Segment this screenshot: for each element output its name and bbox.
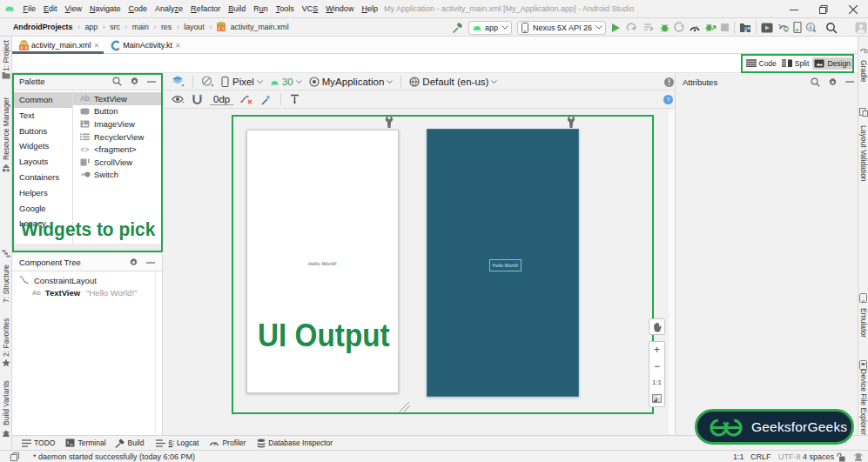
blueprint-hello-world-text[interactable]: Hello World! <box>489 259 521 271</box>
palette-category-text[interactable]: Text <box>12 108 72 124</box>
breadcrumb-src[interactable]: src <box>108 23 122 31</box>
tab-close-icon[interactable]: ✕ <box>94 42 100 50</box>
zoom-in-button[interactable]: + <box>649 342 664 358</box>
zoom-out-button[interactable]: − <box>649 358 664 375</box>
run-config-select[interactable]: app <box>468 21 512 35</box>
palette-category-layouts[interactable]: Layouts <box>12 154 72 170</box>
capture-layout-icon[interactable] <box>739 20 751 36</box>
clear-constraints-icon[interactable] <box>240 94 253 105</box>
menu-analyze[interactable]: Analyze <box>151 0 187 17</box>
gradle-stripe-icon[interactable] <box>859 45 868 54</box>
emulator-icon[interactable] <box>859 293 867 303</box>
logcat-button[interactable]: 6: Logcat <box>156 439 198 447</box>
stripe-layout-validation-label[interactable]: Layout Validation <box>858 120 868 187</box>
theme-select[interactable]: MyApplication <box>309 77 394 87</box>
palette-item-imageview[interactable]: ImageView <box>73 117 163 131</box>
view-options-eye-icon[interactable] <box>172 95 185 104</box>
menu-refactor[interactable]: Refactor <box>187 0 225 17</box>
palette-category-helpers[interactable]: Helpers <box>12 185 72 201</box>
apply-code-changes-button[interactable] <box>643 20 655 36</box>
blueprint-view-phone[interactable]: Hello World! <box>427 129 579 397</box>
menu-edit[interactable]: Edit <box>40 0 62 17</box>
attributes-gear-icon[interactable] <box>828 77 838 87</box>
autoconnect-magnet-icon[interactable] <box>192 94 203 105</box>
stripe-gradle-label[interactable]: Gradle <box>858 58 868 84</box>
profiler-button[interactable]: Profiler <box>209 439 246 447</box>
palette-item-switch[interactable]: Switch <box>73 169 163 182</box>
palette-category-containers[interactable]: Containers <box>12 170 72 185</box>
menu-help[interactable]: Help <box>358 0 382 17</box>
database-inspector-button[interactable]: Database Inspector <box>257 439 333 448</box>
guideline-icon[interactable] <box>289 94 300 105</box>
breadcrumb-app[interactable]: app <box>83 23 99 31</box>
tree-item-textview[interactable]: Ab TextView "Hello World!" <box>19 286 162 298</box>
resource-manager-icon[interactable] <box>2 164 10 172</box>
menu-code[interactable]: Code <box>124 0 151 17</box>
device-manager-icon[interactable] <box>793 20 802 36</box>
help-icon[interactable]: ? <box>663 94 674 105</box>
tree-item-constraintlayout[interactable]: ConstraintLayout <box>19 274 162 286</box>
notifications-icon[interactable] <box>853 452 864 462</box>
stripe-project-label[interactable]: 1: Project <box>0 42 12 70</box>
mode-split-button[interactable]: Split <box>779 57 811 70</box>
device-for-preview-select[interactable]: Pixel <box>221 77 263 87</box>
palette-category-widgets[interactable]: Widgets <box>12 138 72 154</box>
stripe-build-variants-label[interactable]: Build Variants <box>0 378 12 428</box>
caret-position[interactable]: 1:1 <box>733 451 744 462</box>
design-canvas[interactable]: Hello World! Hello World! UI Output + − … <box>163 110 675 435</box>
breadcrumb-layout[interactable]: layout <box>182 23 205 31</box>
menu-run[interactable]: Run <box>250 0 273 17</box>
palette-search-icon[interactable] <box>112 77 122 86</box>
build-hammer-icon[interactable] <box>452 20 464 36</box>
run-button[interactable] <box>610 20 621 36</box>
menu-vcs[interactable]: VCS <box>298 0 322 17</box>
canvas-resize-handle[interactable] <box>399 402 411 412</box>
debug-button[interactable] <box>659 20 670 36</box>
lock-icon[interactable] <box>837 452 845 462</box>
palette-item-textview[interactable]: AbTextView <box>73 92 163 105</box>
breadcrumb-main[interactable]: main <box>131 23 151 31</box>
gradle-sync-icon[interactable] <box>777 20 790 36</box>
component-tree-minimize-icon[interactable] <box>146 258 155 267</box>
pan-hand-button[interactable] <box>649 318 665 335</box>
canvas-vertical-scrollbar[interactable] <box>669 110 675 435</box>
design-hello-world-text[interactable]: Hello World! <box>247 261 398 266</box>
palette-category-buttons[interactable]: Buttons <box>12 124 72 139</box>
tab-close-icon[interactable]: ✕ <box>175 42 181 50</box>
tab-mainactivity-kt[interactable]: MainActivity.kt ✕ <box>104 37 185 54</box>
zoom-reset-button[interactable]: 1:1 <box>649 374 664 391</box>
design-surface-icon[interactable] <box>172 76 185 87</box>
stop-button[interactable] <box>720 20 730 36</box>
menu-file[interactable]: File <box>19 0 40 17</box>
menu-tools[interactable]: Tools <box>272 0 298 17</box>
avatar-icon[interactable] <box>855 20 867 36</box>
rerun-profiler-button[interactable] <box>704 20 717 36</box>
line-ending[interactable]: CRLF <box>750 451 771 462</box>
layout-validation-icon[interactable] <box>859 108 868 117</box>
file-encoding[interactable]: UTF-8 <box>778 451 801 462</box>
structure-icon[interactable] <box>2 250 10 258</box>
tab-activity-main-xml[interactable]: activity_main.xml ✕ <box>12 37 104 54</box>
search-everywhere-icon[interactable] <box>825 20 838 36</box>
infer-constraints-wand-icon[interactable] <box>260 94 273 105</box>
stripe-emulator-label[interactable]: Emulator <box>858 305 868 341</box>
component-tree-gear-icon[interactable] <box>129 258 138 267</box>
palette-item-button[interactable]: Button <box>73 105 163 118</box>
issues-icon[interactable] <box>663 77 675 88</box>
mode-code-button[interactable]: Code <box>744 57 778 70</box>
palette-settings-gear-icon[interactable] <box>130 77 139 86</box>
palette-item-recyclerview[interactable]: RecyclerView <box>73 131 163 144</box>
palette-minimize-icon[interactable] <box>147 77 156 86</box>
profile-button[interactable] <box>689 20 701 36</box>
zoom-to-fit-button[interactable] <box>649 391 664 407</box>
terminal-button[interactable]: Terminal <box>65 439 105 447</box>
build-tool-button[interactable]: Build <box>115 439 145 448</box>
attributes-search-icon[interactable] <box>811 77 820 87</box>
breadcrumb-project[interactable]: AndroidProjects <box>11 23 74 31</box>
maximize-button[interactable] <box>809 0 838 18</box>
indent-setting[interactable]: 4 spaces <box>803 451 834 462</box>
running-devices-icon[interactable] <box>761 20 773 36</box>
palette-category-common[interactable]: Common <box>12 92 72 108</box>
menu-navigate[interactable]: Navigate <box>85 0 124 17</box>
favorites-star-icon[interactable] <box>2 358 10 367</box>
